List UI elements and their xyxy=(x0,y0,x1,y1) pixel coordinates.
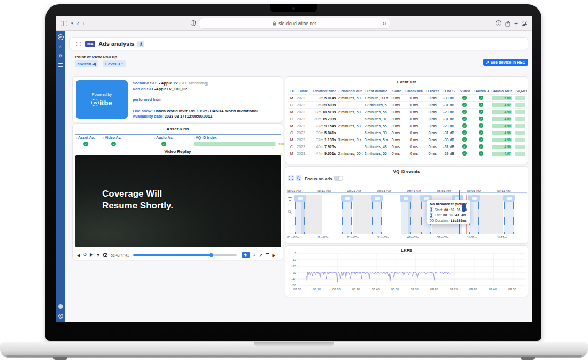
vq-top-axis-label: 08:31 AM xyxy=(377,189,391,192)
flag-marker-icon[interactable]: ⚑ xyxy=(96,253,99,257)
event-type-cell: M xyxy=(288,152,296,156)
stop-icon[interactable] xyxy=(266,253,269,257)
table-row[interactable]: C2023…30m 5.841s6 minutes, 33 …0 ms0 ms0… xyxy=(288,129,527,136)
ad-event-column[interactable] xyxy=(342,196,352,234)
column-header[interactable]: ↕Test duration xyxy=(363,89,388,93)
sidebar-toggle-icon[interactable] xyxy=(61,21,67,26)
table-row[interactable]: C2023…3m 39.603s12 minutes, 5…0 ms0 ms0 … xyxy=(288,101,527,108)
annotation-badge[interactable] xyxy=(137,41,144,47)
tv-ad-icon[interactable] xyxy=(294,195,306,202)
column-header[interactable]: ↕Slate xyxy=(388,89,404,93)
vq-axis-line xyxy=(287,192,527,193)
column-header[interactable]: ↑Date xyxy=(296,89,310,93)
performed-from-line: performed from xyxy=(133,97,280,103)
chevron-down-icon[interactable]: ▾ xyxy=(71,21,73,25)
see-device-rec-button[interactable]: ↗ See device in REC xyxy=(483,59,528,66)
tv-ad-icon[interactable] xyxy=(400,195,412,202)
ad-event-column[interactable] xyxy=(469,196,479,234)
table-row[interactable]: M2023…17m 18.519s2 minutes, 50 …2 minute… xyxy=(288,108,527,115)
reload-icon[interactable]: ↻ xyxy=(382,21,386,26)
vq-top-axis-label: 08:41 AM xyxy=(407,189,421,192)
kpi-column-header[interactable]: ↕Audio Av. xyxy=(154,136,173,140)
downloads-icon[interactable]: ↓ xyxy=(496,20,501,26)
ad-event-column[interactable] xyxy=(295,196,305,234)
video-availability-cell: ✓ xyxy=(457,96,473,100)
focus-on-ads-toggle[interactable] xyxy=(334,176,343,181)
lkfs-card: LKFS 0-10-20-30-40-5008:0008:1008:2008:3… xyxy=(285,245,528,297)
audio-mos-value: 4.96 xyxy=(504,145,510,149)
gear-icon[interactable]: ⚙ xyxy=(58,54,62,58)
tv-ad-icon[interactable] xyxy=(468,195,480,202)
drag-handle-icon[interactable]: ⋮⋮ xyxy=(74,41,82,47)
audio-availability-cell: ✓ xyxy=(472,103,490,107)
column-header[interactable]: ↕# xyxy=(288,89,296,93)
table-row[interactable]: M2023…44m 9.601s2 minutes, 50 …2 minutes… xyxy=(288,150,527,157)
kpi-column-header[interactable]: ↕Asset Av. xyxy=(76,136,95,140)
privacy-shield-icon[interactable] xyxy=(191,20,196,26)
witbe-logo-icon[interactable]: w xyxy=(58,34,64,40)
fit-view-button[interactable] xyxy=(288,175,294,181)
tab-overview-icon[interactable] xyxy=(522,21,527,26)
seek-slider[interactable] xyxy=(133,254,237,256)
column-header[interactable]: ↕Planned duration xyxy=(337,89,363,93)
download-icon[interactable]: ↧ xyxy=(252,253,256,257)
ad-event-column[interactable] xyxy=(504,196,514,234)
zoom-tool-button[interactable] xyxy=(296,175,301,181)
user-avatar[interactable] xyxy=(58,304,63,309)
tv-ad-icon[interactable] xyxy=(341,195,353,202)
kpi-column-header[interactable]: ↕VQ-ID index xyxy=(194,136,217,140)
new-tab-icon[interactable]: + xyxy=(514,20,518,27)
tv-ad-icon[interactable] xyxy=(503,195,515,202)
table-row[interactable]: C2023…40m 7.925s3 minutes, 48 …0 ms0 ms0… xyxy=(288,143,527,150)
play-icon[interactable]: ▶ xyxy=(90,253,93,257)
table-row[interactable]: C2023…20m 15.793s6 minutes, 31 …0 ms0 ms… xyxy=(288,115,527,122)
pov-switch-button[interactable]: Switch ◀ xyxy=(75,60,98,67)
share-icon[interactable] xyxy=(505,20,510,27)
column-header[interactable]: ↕Video Av. xyxy=(457,89,473,93)
column-header[interactable]: ↕LKFS xyxy=(440,89,457,93)
video-availability-cell: ✓ xyxy=(457,117,473,121)
forward-icon[interactable]: › xyxy=(83,20,85,27)
back-icon[interactable]: ‹ xyxy=(77,20,79,27)
lkfs-cell: -30 dB xyxy=(440,138,457,142)
table-row[interactable]: M2023…37m 1.138s3 minutes, 0 s…3 minutes… xyxy=(288,136,527,143)
video-player[interactable]: Coverage Will Resume Shortly. xyxy=(75,155,281,247)
lkfs-x-tick: 09:20 xyxy=(450,288,458,291)
column-header[interactable]: ↕Audio Av. xyxy=(472,89,490,93)
ad-event-column[interactable] xyxy=(372,196,382,234)
snapshot-icon[interactable] xyxy=(103,253,108,257)
vq-top-axis-label: 09:11 AM xyxy=(497,189,511,192)
ad-event-column[interactable] xyxy=(401,196,411,234)
sort-icon: ↕ xyxy=(311,89,313,92)
dashboard-content: ⋮⋮ M4 Ads analysis Point of View Switch … xyxy=(65,31,532,322)
volume-button[interactable] xyxy=(242,252,250,258)
address-bar[interactable]: sle.cloud.witbe.net ↻ xyxy=(199,18,390,28)
kpi-column-header[interactable]: ↕Video Av. xyxy=(103,136,121,140)
column-header[interactable]: ↕Frozen xyxy=(424,89,440,93)
column-header[interactable]: ↕Relative time xyxy=(310,89,337,93)
relative-time-cell: 44m 9.601s xyxy=(310,152,337,156)
blackscreen-cell: 0 ms xyxy=(404,117,424,121)
list-menu-icon[interactable] xyxy=(58,63,63,67)
vqid-cell xyxy=(513,103,528,107)
home-icon[interactable]: ⌂ xyxy=(59,45,62,49)
table-row[interactable]: M2023…2m 5.014s2 minutes, 59 …1 minute, … xyxy=(288,94,527,101)
selected-event-marker[interactable] xyxy=(462,203,466,212)
column-header[interactable]: ↕Blackscreen xyxy=(404,89,424,93)
skip-start-icon[interactable]: ◀ xyxy=(76,253,80,257)
seek-knob[interactable] xyxy=(209,253,213,257)
rollup-level-button[interactable]: Level 3 ↑ xyxy=(103,60,126,67)
lkfs-cell: -29 dB xyxy=(440,110,457,114)
tv-ad-icon[interactable] xyxy=(371,195,383,202)
help-icon[interactable]: ? xyxy=(58,314,63,319)
audio-mos-value: 4.96 xyxy=(504,131,510,135)
replay-icon[interactable]: ↺ xyxy=(83,253,87,257)
test-duration-cell: 6 minutes, 33 … xyxy=(363,131,388,135)
table-row[interactable]: M2023…27m 9.154s2 minutes, 50 …2 minutes… xyxy=(288,122,527,129)
skip-end-icon[interactable]: ▶ xyxy=(273,253,276,257)
lkfs-cell: -31 dB xyxy=(440,131,457,135)
expand-icon[interactable]: ↗ xyxy=(259,253,262,257)
column-header[interactable]: ↕Audio MOS xyxy=(490,89,514,93)
column-header[interactable]: ↕VQ-ID xyxy=(513,89,528,93)
blackscreen-cell: 0 ms xyxy=(404,145,424,149)
